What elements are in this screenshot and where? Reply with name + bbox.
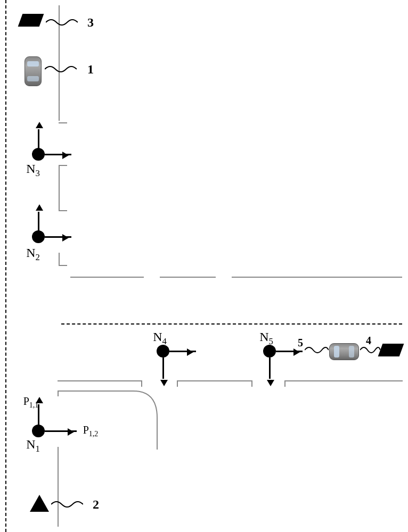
callout-leader: [46, 18, 78, 24]
text: 1: [35, 444, 39, 454]
parallelogram-icon: [378, 344, 404, 356]
text: N: [26, 437, 35, 451]
callout-leader: [51, 500, 83, 506]
road-line: [284, 380, 285, 387]
road-line: [232, 277, 402, 278]
label-p11: P1,1: [23, 395, 39, 410]
road-line: [59, 210, 67, 211]
callout-leader: [45, 65, 77, 71]
node-n3: [32, 148, 45, 161]
axis-arrow: [45, 236, 71, 238]
callout-number-3: 3: [87, 15, 94, 30]
axis-arrow: [45, 430, 77, 432]
road-line: [58, 391, 59, 396]
label-n4: N4: [153, 330, 167, 347]
node-n1: [32, 425, 45, 437]
callout-leader: [305, 346, 329, 352]
callout-number-2: 2: [93, 497, 99, 512]
road-line: [59, 253, 60, 266]
car-icon: [25, 56, 42, 86]
axis-arrow: [276, 351, 303, 352]
label-p12: P1,2: [83, 424, 99, 438]
road-center-dashed: [61, 323, 402, 325]
text: P: [23, 395, 29, 407]
axis-arrow: [169, 351, 196, 352]
axis-arrow: [38, 212, 39, 232]
parallelogram-icon: [18, 14, 44, 27]
road-line: [70, 277, 144, 278]
node-n2: [32, 230, 45, 243]
axis-arrow: [269, 358, 271, 379]
road-line: [59, 265, 67, 266]
label-n2: N2: [26, 246, 40, 263]
text: N: [259, 330, 268, 344]
text: 3: [35, 168, 39, 178]
text: P: [83, 424, 89, 436]
car-icon: [329, 343, 359, 360]
road-line: [177, 380, 178, 387]
label-n1: N1: [26, 437, 40, 454]
diagram-stage: { "labels": { "n1": "N", "n1_sub": "1", …: [0, 0, 408, 532]
road-line: [160, 277, 216, 278]
callout-number-1: 1: [87, 62, 94, 77]
road-line: [59, 114, 60, 121]
road-line: [251, 380, 252, 387]
road-line: [59, 122, 67, 123]
text: 1,2: [89, 430, 99, 438]
label-n5: N5: [259, 330, 273, 347]
text: 2: [35, 252, 39, 262]
left-dashed-axis: [5, 0, 6, 532]
text: 4: [162, 336, 166, 346]
text: 1,1: [29, 401, 39, 409]
axis-arrow: [45, 154, 71, 155]
text: N: [153, 330, 162, 344]
text: N: [26, 162, 35, 176]
road-curve: [51, 380, 184, 450]
triangle-icon: [30, 495, 49, 512]
road-line: [59, 165, 67, 166]
text: 5: [268, 336, 273, 346]
text: N: [26, 246, 35, 260]
callout-number-5: 5: [298, 337, 303, 349]
label-n3: N3: [26, 162, 40, 179]
callout-leader: [360, 346, 380, 352]
axis-arrow: [38, 129, 39, 149]
axis-arrow: [162, 358, 164, 379]
road-line: [284, 380, 403, 381]
road-line: [59, 165, 60, 210]
road-line: [58, 447, 59, 527]
callout-number-4: 4: [366, 335, 371, 347]
road-line: [177, 380, 251, 381]
